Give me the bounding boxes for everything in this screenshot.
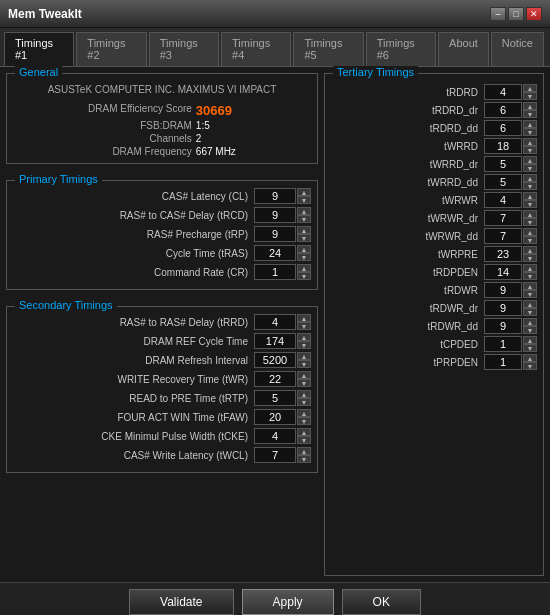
trcd-down[interactable]: ▼ [297,215,311,223]
trdrd-dd-input[interactable] [484,120,522,136]
tcpded-input[interactable] [484,336,522,352]
trdwr-dr-down[interactable]: ▼ [523,308,537,316]
tprpden-up[interactable]: ▲ [523,354,537,362]
trtp-input[interactable] [254,390,296,406]
twr-down[interactable]: ▼ [297,379,311,387]
trdpden-down[interactable]: ▼ [523,272,537,280]
trdpden-input[interactable] [484,264,522,280]
trdrd-dr-up[interactable]: ▲ [523,102,537,110]
trdrd-dr-input[interactable] [484,102,522,118]
cl-up[interactable]: ▲ [297,188,311,196]
cr-down[interactable]: ▼ [297,272,311,280]
twcl-input[interactable] [254,447,296,463]
ref-input[interactable] [254,333,296,349]
twrrd-dd-input[interactable] [484,174,522,190]
twrwr-dr-input[interactable] [484,210,522,226]
trdrd-down[interactable]: ▼ [523,92,537,100]
twrrd-up[interactable]: ▲ [523,138,537,146]
twrwr-dr-up[interactable]: ▲ [523,210,537,218]
twrwr-dd-up[interactable]: ▲ [523,228,537,236]
tras-input[interactable] [254,245,296,261]
twrrd-dr-down[interactable]: ▼ [523,164,537,172]
tfaw-down[interactable]: ▼ [297,417,311,425]
trp-up[interactable]: ▲ [297,226,311,234]
trtp-up[interactable]: ▲ [297,390,311,398]
minimize-button[interactable]: – [490,7,506,21]
refresh-down[interactable]: ▼ [297,360,311,368]
tab-timings3[interactable]: Timings #3 [149,32,219,66]
trdrd-input[interactable] [484,84,522,100]
twrwr-dd-down[interactable]: ▼ [523,236,537,244]
tcpded-down[interactable]: ▼ [523,344,537,352]
cr-up[interactable]: ▲ [297,264,311,272]
tcke-up[interactable]: ▲ [297,428,311,436]
trdwr-dd-input[interactable] [484,318,522,334]
tprpden-input[interactable] [484,354,522,370]
trdwr-down[interactable]: ▼ [523,290,537,298]
tab-timings1[interactable]: Timings #1 [4,32,74,66]
twrwr-down[interactable]: ▼ [523,200,537,208]
trdrd-dd-up[interactable]: ▲ [523,120,537,128]
trdrd-dd-down[interactable]: ▼ [523,128,537,136]
restore-button[interactable]: □ [508,7,524,21]
twrrd-down[interactable]: ▼ [523,146,537,154]
cl-down[interactable]: ▼ [297,196,311,204]
twrrd-dd-down[interactable]: ▼ [523,182,537,190]
trdrd-up[interactable]: ▲ [523,84,537,92]
twrwr-up[interactable]: ▲ [523,192,537,200]
close-button[interactable]: ✕ [526,7,542,21]
twrpre-up[interactable]: ▲ [523,246,537,254]
tab-timings2[interactable]: Timings #2 [76,32,146,66]
twcl-up[interactable]: ▲ [297,447,311,455]
trcd-input[interactable] [254,207,296,223]
tcke-input[interactable] [254,428,296,444]
trp-down[interactable]: ▼ [297,234,311,242]
tcpded-up[interactable]: ▲ [523,336,537,344]
trdwr-dd-up[interactable]: ▲ [523,318,537,326]
ref-down[interactable]: ▼ [297,341,311,349]
tab-timings5[interactable]: Timings #5 [293,32,363,66]
tab-about[interactable]: About [438,32,489,66]
trdwr-input[interactable] [484,282,522,298]
ok-button[interactable]: OK [342,589,421,615]
twrpre-down[interactable]: ▼ [523,254,537,262]
trrd-input[interactable] [254,314,296,330]
trdwr-dd-down[interactable]: ▼ [523,326,537,334]
ref-up[interactable]: ▲ [297,333,311,341]
tcke-down[interactable]: ▼ [297,436,311,444]
trrd-up[interactable]: ▲ [297,314,311,322]
cr-input[interactable] [254,264,296,280]
tab-timings4[interactable]: Timings #4 [221,32,291,66]
tab-timings6[interactable]: Timings #6 [366,32,436,66]
twrrd-dd-up[interactable]: ▲ [523,174,537,182]
trcd-up[interactable]: ▲ [297,207,311,215]
tras-down[interactable]: ▼ [297,253,311,261]
twrwr-dr-down[interactable]: ▼ [523,218,537,226]
twr-input[interactable] [254,371,296,387]
apply-button[interactable]: Apply [242,589,334,615]
twcl-down[interactable]: ▼ [297,455,311,463]
tprpden-down[interactable]: ▼ [523,362,537,370]
tfaw-input[interactable] [254,409,296,425]
validate-button[interactable]: Validate [129,589,233,615]
trdwr-dr-up[interactable]: ▲ [523,300,537,308]
refresh-input[interactable] [254,352,296,368]
trtp-down[interactable]: ▼ [297,398,311,406]
twrrd-dr-input[interactable] [484,156,522,172]
trp-input[interactable] [254,226,296,242]
trdwr-up[interactable]: ▲ [523,282,537,290]
trdrd-dr-down[interactable]: ▼ [523,110,537,118]
twrpre-input[interactable] [484,246,522,262]
twrwr-input[interactable] [484,192,522,208]
tras-up[interactable]: ▲ [297,245,311,253]
twr-up[interactable]: ▲ [297,371,311,379]
cl-input[interactable] [254,188,296,204]
twrrd-input[interactable] [484,138,522,154]
trdpden-up[interactable]: ▲ [523,264,537,272]
refresh-up[interactable]: ▲ [297,352,311,360]
twrwr-dd-input[interactable] [484,228,522,244]
twrrd-dr-up[interactable]: ▲ [523,156,537,164]
trdwr-dr-input[interactable] [484,300,522,316]
tfaw-up[interactable]: ▲ [297,409,311,417]
tab-notice[interactable]: Notice [491,32,544,66]
